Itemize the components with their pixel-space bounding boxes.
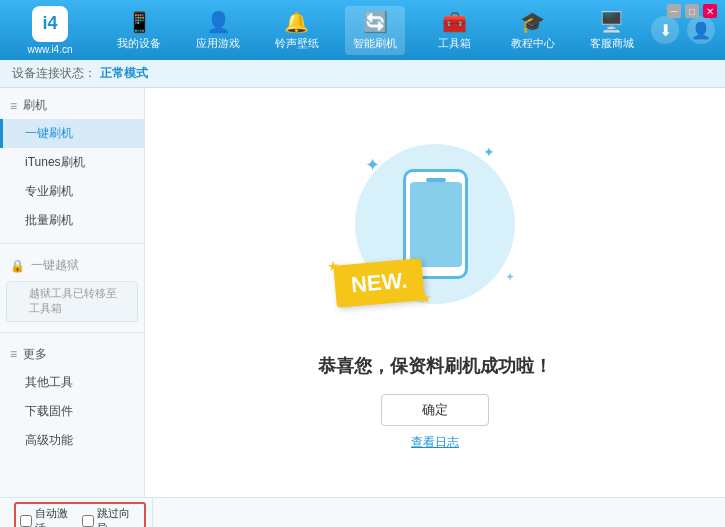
sidebar-item-other-tools[interactable]: 其他工具: [0, 368, 144, 397]
phone-screen: [410, 182, 462, 267]
nav-service[interactable]: 🖥️ 客服商城: [582, 6, 642, 55]
guide-skip-item: 跳过向导: [82, 506, 140, 528]
sidebar-item-onekey-flash[interactable]: 一键刷机: [0, 119, 144, 148]
log-link[interactable]: 查看日志: [411, 434, 459, 451]
jailbreak-note: 越狱工具已转移至工具箱: [6, 281, 138, 322]
sparkle-2: ✦: [483, 144, 495, 160]
tutorial-label: 教程中心: [511, 36, 555, 51]
sidebar-jailbreak-header: 🔒 一键越狱: [0, 252, 144, 279]
success-illustration: ✦ ✦ ✦ NEW.: [335, 134, 535, 334]
guide-skip-checkbox[interactable]: [82, 515, 94, 527]
nav-toolbox[interactable]: 🧰 工具箱: [424, 6, 484, 55]
sidebar-more-header: ≡ 更多: [0, 341, 144, 368]
phone-notch: [426, 178, 446, 182]
download-button[interactable]: ⬇: [651, 16, 679, 44]
sparkle-1: ✦: [365, 154, 380, 176]
nav-smart-flash[interactable]: 🔄 智能刷机: [345, 6, 405, 55]
sidebar-flash-header: ≡ 刷机: [0, 92, 144, 119]
apps-games-icon: 👤: [206, 10, 231, 34]
bottom-area: 自动激活 跳过向导 📱 iPhone 15 Pro Max 512GB iPho…: [0, 497, 725, 527]
confirm-button[interactable]: 确定: [381, 394, 489, 426]
nav-my-device[interactable]: 📱 我的设备: [109, 6, 169, 55]
status-mode: 正常模式: [100, 65, 148, 82]
account-button[interactable]: 👤: [687, 16, 715, 44]
sidebar-more-section: ≡ 更多 其他工具 下载固件 高级功能: [0, 337, 144, 459]
sidebar-item-download-firmware[interactable]: 下载固件: [0, 397, 144, 426]
sidebar: ≡ 刷机 一键刷机 iTunes刷机 专业刷机 批量刷机 🔒 一键越狱 越狱: [0, 88, 145, 497]
service-icon: 🖥️: [599, 10, 624, 34]
main-content: ✦ ✦ ✦ NEW. 恭喜您，保资料刷机成功啦！ 确定 查看日志: [145, 88, 725, 497]
toolbox-label: 工具箱: [438, 36, 471, 51]
my-device-icon: 📱: [127, 10, 152, 34]
smart-flash-icon: 🔄: [363, 10, 388, 34]
nav-ringtones[interactable]: 🔔 铃声壁纸: [267, 6, 327, 55]
my-device-label: 我的设备: [117, 36, 161, 51]
main-layout: ≡ 刷机 一键刷机 iTunes刷机 专业刷机 批量刷机 🔒 一键越狱 越狱: [0, 88, 725, 497]
logo-icon: i4: [32, 6, 68, 42]
logo-text: www.i4.cn: [27, 44, 72, 55]
ringtones-icon: 🔔: [284, 10, 309, 34]
status-bar: 设备连接状态： 正常模式: [0, 60, 725, 88]
toolbox-icon: 🧰: [442, 10, 467, 34]
tutorial-icon: 🎓: [520, 10, 545, 34]
new-badge: NEW.: [333, 258, 425, 308]
nav-tutorial[interactable]: 🎓 教程中心: [503, 6, 563, 55]
sparkle-3: ✦: [505, 270, 515, 284]
device-section: 自动激活 跳过向导 📱 iPhone 15 Pro Max 512GB iPho…: [8, 498, 153, 528]
header-right: ⬇ 👤: [651, 16, 715, 44]
success-message: 恭喜您，保资料刷机成功啦！: [318, 354, 552, 378]
service-label: 客服商城: [590, 36, 634, 51]
ringtones-label: 铃声壁纸: [275, 36, 319, 51]
sidebar-item-pro-flash[interactable]: 专业刷机: [0, 177, 144, 206]
sidebar-divider-1: [0, 243, 144, 244]
apps-games-label: 应用游戏: [196, 36, 240, 51]
header: i4 www.i4.cn 📱 我的设备 👤 应用游戏 🔔 铃声壁纸 🔄 智能刷机…: [0, 0, 725, 60]
auto-options: 自动激活 跳过向导: [14, 502, 146, 528]
sidebar-flash-section: ≡ 刷机 一键刷机 iTunes刷机 专业刷机 批量刷机: [0, 88, 144, 239]
sidebar-item-batch-flash[interactable]: 批量刷机: [0, 206, 144, 235]
nav-items: 📱 我的设备 👤 应用游戏 🔔 铃声壁纸 🔄 智能刷机 🧰 工具箱 🎓 教程中心…: [100, 6, 651, 55]
sidebar-jailbreak-section: 🔒 一键越狱 越狱工具已转移至工具箱: [0, 248, 144, 328]
maximize-button[interactable]: □: [685, 4, 699, 18]
sidebar-divider-2: [0, 332, 144, 333]
nav-apps-games[interactable]: 👤 应用游戏: [188, 6, 248, 55]
auto-activate-checkbox[interactable]: [20, 515, 32, 527]
auto-activate-label: 自动激活: [35, 506, 78, 528]
auto-activate-item: 自动激活: [20, 506, 78, 528]
main-content-wrapper: ✦ ✦ ✦ NEW. 恭喜您，保资料刷机成功啦！ 确定 查看日志: [145, 88, 725, 497]
flash-section-icon: ≡: [10, 99, 17, 113]
status-prefix: 设备连接状态：: [12, 65, 96, 82]
guide-skip-label: 跳过向导: [97, 506, 140, 528]
close-button[interactable]: ✕: [703, 4, 717, 18]
lock-icon: 🔒: [10, 259, 25, 273]
sidebar-item-advanced[interactable]: 高级功能: [0, 426, 144, 455]
smart-flash-label: 智能刷机: [353, 36, 397, 51]
sidebar-item-itunes-flash[interactable]: iTunes刷机: [0, 148, 144, 177]
more-section-icon: ≡: [10, 347, 17, 361]
logo-area: i4 www.i4.cn: [10, 6, 90, 55]
minimize-button[interactable]: ─: [667, 4, 681, 18]
